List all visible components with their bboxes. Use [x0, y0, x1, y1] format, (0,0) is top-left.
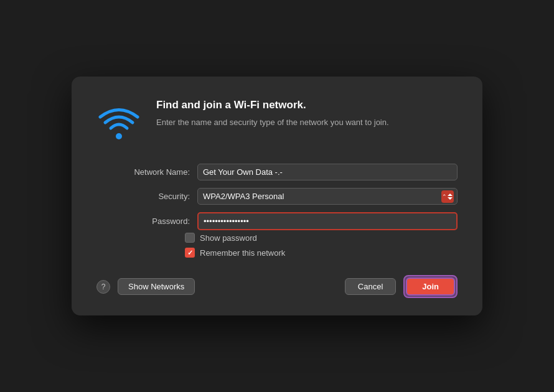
- dialog-title: Find and join a Wi-Fi network.: [156, 99, 458, 111]
- password-input[interactable]: [197, 212, 458, 230]
- footer-left: ? Show Networks: [96, 278, 195, 295]
- network-name-label: Network Name:: [109, 167, 190, 177]
- remember-network-checkbox[interactable]: [185, 248, 195, 258]
- checkboxes-group: Show password Remember this network: [185, 233, 458, 258]
- password-label: Password:: [109, 217, 190, 226]
- dialog-header: Find and join a Wi-Fi network. Enter the…: [96, 99, 458, 146]
- help-button[interactable]: ?: [96, 280, 110, 294]
- show-password-checkbox[interactable]: [185, 233, 195, 243]
- network-name-row: Network Name:: [109, 164, 458, 180]
- remember-network-label: Remember this network: [200, 248, 285, 258]
- remember-network-row: Remember this network: [185, 248, 458, 258]
- network-name-control: [197, 164, 458, 180]
- security-label: Security:: [109, 192, 190, 201]
- show-password-label: Show password: [200, 233, 257, 243]
- network-name-input[interactable]: [197, 164, 458, 180]
- footer-right: Cancel Join: [345, 275, 458, 298]
- dialog-subtitle: Enter the name and security type of the …: [156, 116, 458, 129]
- dialog-footer: ? Show Networks Cancel Join: [96, 275, 458, 298]
- join-button-wrapper: Join: [403, 275, 458, 298]
- password-control: [197, 212, 458, 230]
- wifi-icon: [96, 101, 141, 146]
- cancel-button[interactable]: Cancel: [345, 278, 396, 295]
- svg-point-0: [116, 133, 122, 139]
- show-password-row: Show password: [185, 233, 458, 243]
- security-row: Security: WPA2/WPA3 Personal None WPA Pe…: [109, 188, 458, 205]
- join-button[interactable]: Join: [406, 278, 455, 296]
- security-select[interactable]: WPA2/WPA3 Personal None WPA Personal WPA…: [197, 188, 458, 205]
- wifi-form: Network Name: Security: WPA2/WPA3 Person…: [109, 164, 458, 230]
- security-select-wrapper: WPA2/WPA3 Personal None WPA Personal WPA…: [197, 188, 458, 205]
- show-networks-button[interactable]: Show Networks: [118, 278, 195, 295]
- password-row: Password:: [109, 212, 458, 230]
- wifi-dialog: Find and join a Wi-Fi network. Enter the…: [72, 77, 482, 315]
- header-text: Find and join a Wi-Fi network. Enter the…: [156, 99, 458, 129]
